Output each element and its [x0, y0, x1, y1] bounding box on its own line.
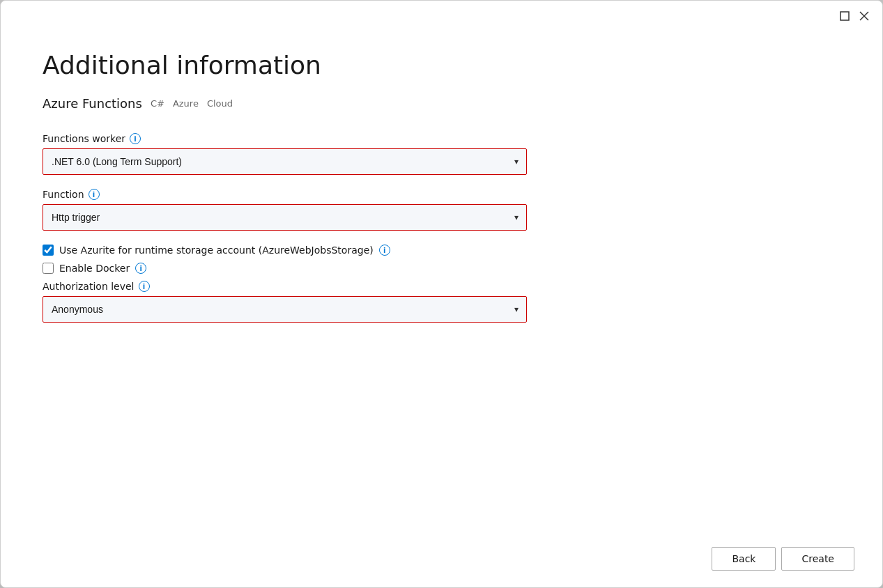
subtitle-row: Azure Functions C# Azure Cloud [43, 96, 840, 111]
enable-docker-label: Enable Docker [59, 263, 130, 274]
subtitle-main: Azure Functions [43, 96, 142, 111]
enable-docker-checkbox[interactable] [43, 263, 54, 274]
title-bar [1, 1, 882, 23]
create-button[interactable]: Create [781, 547, 854, 571]
authorization-level-field: Authorization level i Anonymous Function… [43, 281, 840, 323]
enable-docker-info-icon[interactable]: i [135, 263, 146, 274]
footer: Back Create [1, 536, 882, 587]
dialog-window: Additional information Azure Functions C… [0, 0, 883, 588]
function-info-icon[interactable]: i [89, 189, 100, 200]
close-button[interactable] [857, 9, 871, 23]
use-azurite-row: Use Azurite for runtime storage account … [43, 245, 840, 256]
main-content: Additional information Azure Functions C… [1, 23, 882, 536]
authorization-level-label: Authorization level i [43, 281, 840, 292]
use-azurite-label: Use Azurite for runtime storage account … [59, 245, 374, 256]
functions-worker-dropdown-wrapper: .NET 6.0 (Long Term Support) .NET 7.0 .N… [43, 148, 527, 175]
authorization-level-dropdown-wrapper: Anonymous Function Admin ▾ [43, 296, 527, 323]
authorization-level-dropdown[interactable]: Anonymous Function Admin [43, 296, 527, 323]
tag-cloud: Cloud [207, 98, 233, 109]
functions-worker-info-icon[interactable]: i [130, 133, 141, 144]
functions-worker-dropdown[interactable]: .NET 6.0 (Long Term Support) .NET 7.0 .N… [43, 148, 527, 175]
enable-docker-row: Enable Docker i [43, 263, 840, 274]
function-field: Function i Http trigger Timer trigger Bl… [43, 189, 840, 231]
function-label: Function i [43, 189, 840, 200]
back-button[interactable]: Back [712, 547, 776, 571]
functions-worker-field: Functions worker i .NET 6.0 (Long Term S… [43, 133, 840, 175]
function-dropdown-wrapper: Http trigger Timer trigger Blob trigger … [43, 204, 527, 231]
tag-azure: Azure [173, 98, 199, 109]
page-title: Additional information [43, 51, 840, 79]
use-azurite-checkbox[interactable] [43, 245, 54, 256]
use-azurite-info-icon[interactable]: i [379, 245, 390, 256]
functions-worker-label: Functions worker i [43, 133, 840, 144]
authorization-level-info-icon[interactable]: i [139, 281, 150, 292]
svg-rect-0 [840, 12, 849, 20]
maximize-button[interactable] [838, 9, 852, 23]
function-dropdown[interactable]: Http trigger Timer trigger Blob trigger … [43, 204, 527, 231]
tag-csharp: C# [151, 98, 164, 109]
